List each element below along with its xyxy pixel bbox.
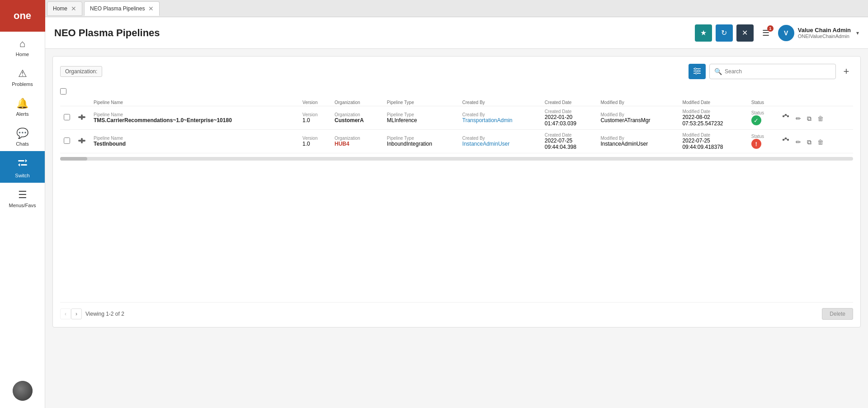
cell-created-date: Created Date 2022-07-25 09:44:04.398 [541,130,597,153]
sidebar-item-alerts[interactable]: 🔔 Alerts [0,91,45,121]
svg-line-16 [787,115,787,116]
edit-button[interactable]: ✏ [793,114,803,123]
copy-button[interactable]: ⧉ [805,114,814,124]
tab-neo[interactable]: NEO Plasma Pipelines ✕ [84,1,160,16]
star-icon: ★ [700,28,707,37]
svg-point-7 [694,68,696,70]
view-diagram-button[interactable] [780,112,792,123]
svg-line-15 [784,115,785,116]
col-header-created-date: Created Date [541,98,597,106]
copy-button[interactable]: ⧉ [805,137,814,147]
cell-modified-by: Modified By CustomerATransMgr [597,106,679,130]
scroll-thumb[interactable] [60,157,87,161]
cell-pipeline-type: Pipeline Type MLInference [383,106,459,130]
cell-version: Version 1.0 [299,106,331,130]
close-button[interactable]: ✕ [736,24,754,42]
svg-rect-13 [785,114,787,116]
next-page-button[interactable]: › [71,308,82,319]
svg-rect-0 [18,160,24,161]
svg-rect-11 [81,114,83,120]
pipeline-icon-cell [74,130,90,153]
search-icon: 🔍 [714,68,722,75]
svg-rect-18 [81,138,83,143]
prev-page-button[interactable]: ‹ [60,308,71,319]
user-name: Value Chain Admin [798,27,851,33]
col-header-pipeline-name: Pipeline Name [90,98,299,106]
status-error-icon: ! [751,139,761,149]
cell-modified-date: Modified Date 2022-07-25 09:44:09.418378 [679,130,747,153]
delete-row-button[interactable]: 🗑 [815,137,826,147]
bell-icon: 🔔 [16,98,28,109]
filter-button[interactable] [689,64,706,79]
col-header-modified-date: Modified Date [679,98,747,106]
avatar[interactable] [13,381,33,401]
user-avatar: V [778,25,794,41]
tab-home-close[interactable]: ✕ [71,5,76,12]
page-title: NEO Plasma Pipelines [54,27,695,39]
chat-icon: 💬 [16,128,28,139]
delete-button[interactable]: Delete [822,308,853,320]
sidebar-item-switch[interactable]: Switch [0,151,45,183]
col-header-org: Organization [331,98,383,106]
tab-home[interactable]: Home ✕ [47,1,82,16]
home-icon: ⌂ [19,38,25,50]
col-header-modified-by: Modified By [597,98,679,106]
add-button[interactable]: + [840,65,853,78]
select-all-row [60,86,853,98]
menu-button[interactable]: ☰ 1 [757,24,774,42]
horizontal-scrollbar[interactable] [60,157,853,161]
row-checkbox[interactable] [64,138,70,144]
sidebar-item-label-problems: Problems [12,81,33,87]
viewing-count: Viewing 1-2 of 2 [85,311,124,317]
svg-rect-2 [21,164,27,166]
sidebar-item-label-home: Home [16,52,29,57]
switch-icon [17,157,28,171]
cell-actions: ✏ ⧉ 🗑 [776,106,853,130]
user-dropdown-arrow[interactable]: ▾ [856,30,859,36]
svg-point-9 [695,72,697,74]
svg-rect-21 [787,139,789,141]
tab-home-label: Home [53,5,67,12]
svg-rect-20 [785,138,787,139]
col-header-status: Status [748,98,777,106]
sidebar: one ⌂ Home ⚠ Problems 🔔 Alerts 💬 Chats S… [0,0,45,408]
view-diagram-button[interactable] [780,136,792,147]
sidebar-item-label-menus: Menus/Favs [9,203,36,208]
cell-modified-date: Modified Date 2022-08-02 07:53:25.547232 [679,106,747,130]
pipelines-table: Pipeline Name Version Organization Pipel… [60,98,853,153]
cell-version: Version 1.0 [299,130,331,153]
toolbar: Organization: 🔍 [60,64,853,79]
col-header-check [60,98,74,106]
cell-pipeline-name: Pipeline Name TestInbound [90,130,299,153]
delete-row-button[interactable]: 🗑 [815,114,826,123]
avatar-image [13,381,33,401]
tab-neo-close[interactable]: ✕ [148,5,154,12]
col-header-actions [776,98,853,106]
sidebar-item-chats[interactable]: 💬 Chats [0,121,45,151]
cell-pipeline-type: Pipeline Type InboundIntegration [383,130,459,153]
svg-marker-1 [25,159,27,162]
row-checkbox-cell [60,130,74,153]
row-checkbox[interactable] [64,114,70,120]
refresh-button[interactable]: ↻ [716,24,733,42]
favorite-button[interactable]: ★ [695,24,712,42]
search-input[interactable] [725,68,831,75]
cell-created-date: Created Date 2022-01-20 01:47:03.039 [541,106,597,130]
user-info: Value Chain Admin ONEIValueChainAdmin [798,27,851,39]
table-container: Pipeline Name Version Organization Pipel… [60,98,853,299]
edit-button[interactable]: ✏ [793,137,803,147]
org-label: Organization: [60,66,102,77]
pipeline-icon-cell [74,106,90,130]
sidebar-item-problems[interactable]: ⚠ Problems [0,62,45,91]
app-logo: one [0,0,45,32]
user-username: ONEIValueChainAdmin [798,33,851,39]
sidebar-item-home[interactable]: ⌂ Home [0,32,45,62]
cell-created-by: Created By TransportationAdmin [459,106,541,130]
cell-status: Status ✓ [748,106,777,130]
sidebar-item-label-alerts: Alerts [16,111,28,117]
select-all-checkbox[interactable] [60,88,66,95]
filter-icon [693,67,701,76]
page-header: NEO Plasma Pipelines ★ ↻ ✕ ☰ 1 V Value C… [45,17,868,49]
close-icon: ✕ [742,28,748,37]
sidebar-item-menus[interactable]: ☰ Menus/Favs [0,183,45,213]
